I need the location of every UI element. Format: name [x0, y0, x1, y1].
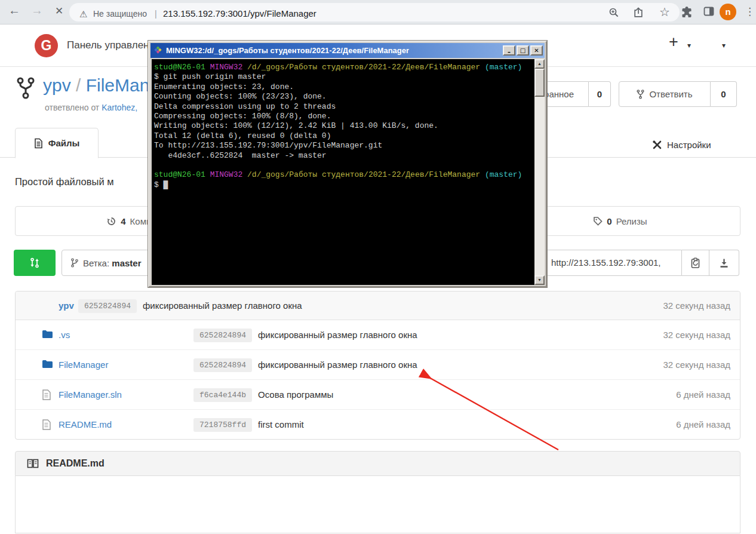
forked-from-link[interactable]: Kartohez,	[102, 103, 137, 112]
new-menu-caret-icon[interactable]: ▾	[687, 41, 691, 50]
address-bar[interactable]: ⚠ Не защищено | 213.155.192.79:3001/ypv/…	[69, 3, 680, 22]
copy-url-button[interactable]	[682, 250, 709, 276]
commit-time: 6 дней назад	[676, 410, 730, 440]
commit-sha-badge[interactable]: 6252824894	[193, 329, 252, 342]
omnibox-divider: |	[155, 9, 157, 19]
terminal-close-button[interactable]: ✕	[530, 45, 543, 56]
commit-message: first commit	[258, 410, 304, 440]
commit-time: 32 секунд назад	[663, 350, 730, 380]
fork-button[interactable]: Ответвить	[619, 81, 711, 107]
commit-time: 32 секунд назад	[663, 320, 730, 350]
profile-avatar[interactable]: n	[720, 4, 736, 20]
clipboard-icon	[690, 257, 701, 269]
fork-count[interactable]: 0	[711, 81, 737, 107]
terminal-scrollbar[interactable]: ▲ ▼	[534, 59, 545, 285]
file-icon	[42, 389, 51, 403]
commit-sha-badge[interactable]: 7218758ffd	[193, 418, 252, 432]
terminal-body[interactable]: stud@N26-01 MINGW32 /d/_gogs/Работы студ…	[152, 59, 536, 285]
file-row: FileManager.slnf6ca4e144bОсова программы…	[16, 380, 740, 410]
share-icon[interactable]	[633, 7, 644, 18]
scroll-thumb[interactable]	[534, 69, 545, 97]
star-count[interactable]: 0	[589, 81, 611, 107]
file-text-icon	[34, 138, 43, 149]
clone-url-input[interactable]: http://213.155.192.79:3001,	[542, 250, 682, 276]
repo-owner-link[interactable]: ypv	[43, 75, 71, 95]
file-name-link[interactable]: README.md	[59, 410, 112, 440]
zoom-icon[interactable]	[609, 7, 619, 18]
nav-dashboard-link[interactable]: Панель управления	[67, 39, 160, 51]
terminal-window[interactable]: MINGW32:/d/_gogs/Работы студентов/2021-2…	[148, 41, 547, 287]
file-icon	[42, 419, 51, 432]
terminal-minimize-button[interactable]: –	[503, 45, 515, 56]
folder-icon	[42, 330, 53, 341]
commit-message: фиксированный размер главного окна	[143, 291, 302, 320]
readme-header: README.md	[15, 451, 740, 476]
tag-icon	[593, 216, 603, 226]
commit-sha-badge[interactable]: 6252824894	[78, 299, 137, 313]
browser-toolbar: ← → ✕ ⚠ Не защищено | 213.155.192.79:300…	[0, 0, 756, 24]
file-row: README.md7218758ffdfirst commit6 дней на…	[16, 410, 740, 440]
browser-back-button[interactable]: ←	[8, 4, 20, 17]
page-url[interactable]: 213.155.192.79:3001/ypv/FileManager	[163, 8, 316, 19]
tab-files[interactable]: Файлы	[15, 128, 99, 158]
browser-menu-icon[interactable]: ⋮	[745, 5, 755, 18]
scroll-up-button[interactable]: ▲	[534, 59, 545, 69]
security-warning-icon: ⚠	[79, 9, 87, 20]
repo-fork-icon	[17, 77, 35, 100]
commit-message: Осова программы	[258, 380, 333, 410]
latest-commit-row: ypv 6252824894 фиксированный размер глав…	[16, 291, 740, 320]
tools-icon	[652, 140, 662, 150]
repo-description: Простой файловый м	[15, 176, 114, 188]
book-icon	[27, 459, 39, 468]
terminal-titlebar[interactable]: MINGW32:/d/_gogs/Работы студентов/2021-2…	[150, 43, 545, 58]
compare-button[interactable]	[14, 250, 56, 276]
scroll-down-button[interactable]: ▼	[534, 275, 545, 285]
commit-sha-badge[interactable]: 6252824894	[193, 358, 252, 372]
gogs-logo[interactable]: G	[35, 34, 58, 57]
history-icon	[106, 216, 116, 226]
compare-arrows-icon	[29, 257, 40, 268]
terminal-maximize-button[interactable]: □	[517, 45, 529, 56]
file-row: FileManager6252824894фиксированный разме…	[16, 350, 740, 380]
commit-author-link[interactable]: ypv	[59, 291, 74, 320]
tab-settings[interactable]: Настройки	[652, 137, 711, 152]
commit-message: фиксированный размер главного окна	[258, 350, 417, 380]
browser-forward-button[interactable]: →	[31, 4, 43, 17]
bookmark-star-icon[interactable]: ☆	[659, 5, 670, 19]
file-row: .vs6252824894фиксированный размер главно…	[16, 320, 740, 350]
terminal-title: MINGW32:/d/_gogs/Работы студентов/2021-2…	[166, 46, 409, 55]
repo-title-separator: /	[71, 75, 86, 95]
browser-stop-button[interactable]: ✕	[55, 5, 63, 17]
file-name-link[interactable]: FileManager.sln	[59, 380, 122, 410]
readme-content	[15, 476, 740, 533]
commit-time: 32 секунд назад	[663, 291, 730, 320]
file-name-link[interactable]: FileManager	[59, 350, 108, 380]
commit-sha-badge[interactable]: f6ca4e144b	[193, 388, 252, 402]
readme-title: README.md	[46, 458, 105, 469]
commit-message: фиксированный размер главного окна	[258, 320, 417, 350]
file-name-link[interactable]: .vs	[59, 320, 70, 350]
file-table-rows: .vs6252824894фиксированный размер главно…	[16, 320, 740, 440]
msys-icon	[153, 46, 162, 55]
fork-icon	[637, 90, 644, 99]
security-label: Не защищено	[93, 9, 147, 19]
extensions-puzzle-icon[interactable]	[681, 6, 693, 18]
new-repo-button[interactable]: +	[669, 33, 678, 51]
user-menu-caret-icon[interactable]: ▾	[722, 41, 726, 50]
forked-from-note: ответвлено от Kartohez,	[45, 103, 137, 112]
download-icon	[719, 258, 729, 268]
folder-icon	[42, 360, 53, 371]
branch-icon	[70, 258, 78, 268]
file-table: ypv 6252824894 фиксированный размер глав…	[15, 291, 740, 440]
side-panel-icon[interactable]	[703, 7, 714, 16]
readme-panel: README.md	[15, 451, 740, 533]
commit-time: 6 дней назад	[676, 380, 730, 410]
download-button[interactable]	[709, 250, 739, 276]
